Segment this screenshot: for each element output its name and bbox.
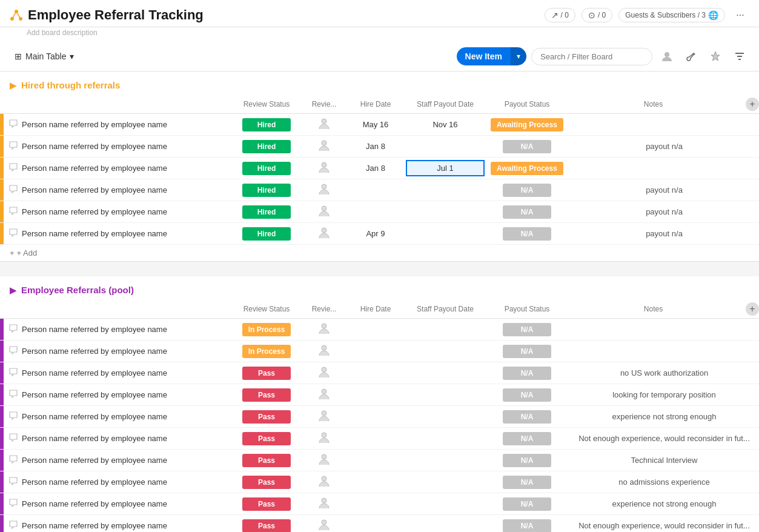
row-payout-status[interactable]: N/A <box>485 386 569 404</box>
chat-icon[interactable] <box>8 141 18 152</box>
row-payout-status[interactable]: N/A <box>485 203 569 221</box>
new-item-button[interactable]: New Item <box>457 47 511 65</box>
payout-badge[interactable]: N/A <box>503 140 551 153</box>
row-payout-status[interactable]: Awaiting Process <box>485 116 569 134</box>
chat-icon[interactable] <box>8 228 18 239</box>
chat-icon[interactable] <box>8 498 18 510</box>
row-reviewer-cell[interactable] <box>303 363 345 383</box>
pool-add-column-button[interactable]: + <box>746 302 759 316</box>
row-payout-status[interactable]: N/A <box>485 517 569 533</box>
payout-badge[interactable]: N/A <box>503 323 551 336</box>
group-pool-toggle[interactable]: ▶ <box>10 285 16 295</box>
status-badge[interactable]: Pass <box>242 519 291 533</box>
group-hired-toggle[interactable]: ▶ <box>10 81 16 90</box>
invite-counter[interactable]: ↗ / 0 <box>545 8 575 22</box>
row-reviewer-cell[interactable] <box>303 341 345 361</box>
row-status-cell[interactable]: Pass <box>230 517 303 533</box>
row-payout-status[interactable]: N/A <box>485 495 569 513</box>
chat-icon[interactable] <box>8 324 18 335</box>
row-payout-status[interactable]: N/A <box>485 408 569 426</box>
more-options-button[interactable]: ··· <box>731 6 749 24</box>
chat-icon[interactable] <box>8 119 18 130</box>
status-badge[interactable]: Pass <box>242 497 291 511</box>
chat-icon[interactable] <box>8 345 18 357</box>
row-payout-status[interactable]: N/A <box>485 181 569 199</box>
chat-icon[interactable] <box>8 411 18 422</box>
row-reviewer-cell[interactable] <box>303 224 345 244</box>
row-status-cell[interactable]: Pass <box>230 473 303 491</box>
status-badge[interactable]: Hired <box>242 118 291 131</box>
status-badge[interactable]: Hired <box>242 140 291 153</box>
row-reviewer-cell[interactable] <box>303 136 345 156</box>
row-payout-status[interactable]: N/A <box>485 342 569 361</box>
row-status-cell[interactable]: Pass <box>230 386 303 404</box>
chat-icon[interactable] <box>8 433 18 444</box>
row-status-cell[interactable]: Pass <box>230 451 303 470</box>
status-badge[interactable]: Pass <box>242 388 291 402</box>
payout-badge[interactable]: N/A <box>503 205 551 219</box>
row-status-cell[interactable]: Hired <box>230 203 303 221</box>
add-column-button[interactable]: + <box>746 98 759 111</box>
row-payout-status[interactable]: Awaiting Process <box>485 159 569 178</box>
payout-badge[interactable]: N/A <box>503 432 551 445</box>
status-badge[interactable]: Pass <box>242 454 291 467</box>
row-payout-status[interactable]: N/A <box>485 138 569 156</box>
row-payout-status[interactable]: N/A <box>485 321 569 339</box>
row-payout-status[interactable]: N/A <box>485 364 569 382</box>
payout-badge[interactable]: N/A <box>503 519 551 533</box>
payout-badge[interactable]: N/A <box>503 227 551 241</box>
pin-icon[interactable] <box>706 47 725 66</box>
row-reviewer-cell[interactable] <box>303 450 345 470</box>
hired-add-row[interactable]: + + Add <box>0 245 759 262</box>
chat-icon[interactable] <box>8 389 18 401</box>
chat-icon[interactable] <box>8 184 18 196</box>
profile-icon[interactable] <box>657 47 677 66</box>
row-status-cell[interactable]: In Process <box>230 342 303 361</box>
row-status-cell[interactable]: Pass <box>230 430 303 448</box>
row-payout-status[interactable]: N/A <box>485 430 569 448</box>
row-reviewer-cell[interactable] <box>303 319 345 339</box>
status-badge[interactable]: Pass <box>242 410 291 424</box>
row-reviewer-cell[interactable] <box>303 472 345 492</box>
row-status-cell[interactable]: Pass <box>230 495 303 513</box>
payout-badge[interactable]: N/A <box>503 497 551 511</box>
row-status-cell[interactable]: Pass <box>230 408 303 426</box>
row-status-cell[interactable]: In Process <box>230 321 303 339</box>
row-reviewer-cell[interactable] <box>303 428 345 448</box>
row-status-cell[interactable]: Hired <box>230 181 303 199</box>
payout-badge[interactable]: N/A <box>503 345 551 358</box>
activity-counter[interactable]: ⊙ / 0 <box>582 8 612 22</box>
chat-icon[interactable] <box>8 206 18 218</box>
main-table-button[interactable]: ⊞ Main Table ▾ <box>10 49 79 64</box>
row-reviewer-cell[interactable] <box>303 180 345 200</box>
payout-badge[interactable]: N/A <box>503 476 551 489</box>
status-badge[interactable]: Pass <box>242 476 291 489</box>
new-item-dropdown-button[interactable]: ▾ <box>511 47 526 65</box>
chat-icon[interactable] <box>8 520 18 531</box>
payout-badge[interactable]: N/A <box>503 184 551 197</box>
row-status-cell[interactable]: Pass <box>230 364 303 382</box>
status-badge[interactable]: Pass <box>242 367 291 380</box>
row-reviewer-cell[interactable] <box>303 115 345 135</box>
chat-icon[interactable] <box>8 367 18 379</box>
row-reviewer-cell[interactable] <box>303 385 345 405</box>
row-status-cell[interactable]: Hired <box>230 225 303 243</box>
status-badge[interactable]: Hired <box>242 205 291 219</box>
row-reviewer-cell[interactable] <box>303 516 345 532</box>
row-reviewer-cell[interactable] <box>303 407 345 427</box>
payout-badge[interactable]: N/A <box>503 454 551 467</box>
row-payout-status[interactable]: N/A <box>485 473 569 491</box>
status-badge[interactable]: In Process <box>242 323 291 336</box>
guests-badge[interactable]: Guests & Subscribers / 3 🌐 <box>618 8 725 22</box>
row-status-cell[interactable]: Hired <box>230 159 303 178</box>
row-payout-status[interactable]: N/A <box>485 225 569 243</box>
status-badge[interactable]: Hired <box>242 162 291 175</box>
payout-badge[interactable]: N/A <box>503 388 551 402</box>
row-reviewer-cell[interactable] <box>303 158 345 178</box>
chat-icon[interactable] <box>8 454 18 466</box>
filter-icon[interactable] <box>730 47 749 66</box>
status-badge[interactable]: Hired <box>242 227 291 241</box>
row-status-cell[interactable]: Hired <box>230 116 303 134</box>
row-reviewer-cell[interactable] <box>303 494 345 514</box>
status-badge[interactable]: In Process <box>242 345 291 358</box>
